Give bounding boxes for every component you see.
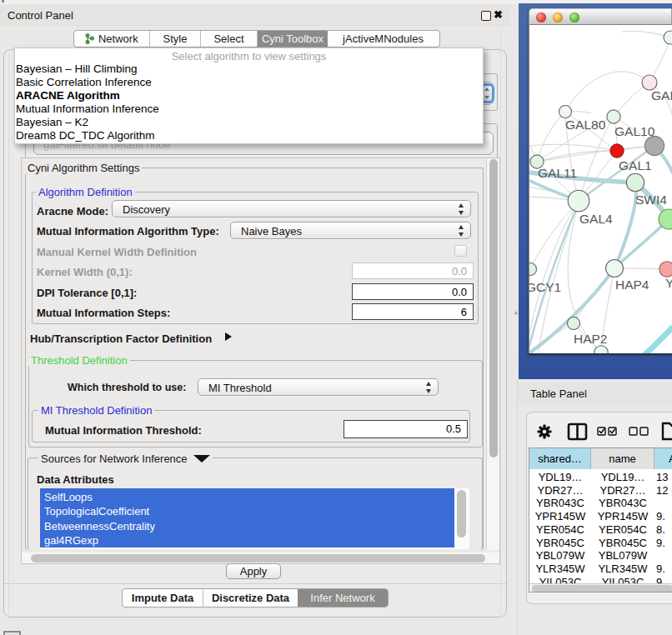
- svg-text:GAL: GAL: [651, 88, 672, 102]
- svg-text:GCY1: GCY1: [529, 280, 561, 294]
- svg-text:SWI4: SWI4: [635, 192, 667, 207]
- svg-text:Y: Y: [665, 276, 672, 290]
- svg-text:GAL10: GAL10: [614, 124, 655, 138]
- svg-text:GAL11: GAL11: [538, 166, 577, 180]
- svg-text:GAL80: GAL80: [565, 118, 606, 132]
- svg-text:GAL4: GAL4: [579, 212, 613, 226]
- svg-text:HAP2: HAP2: [574, 332, 608, 346]
- svg-text:HAP4: HAP4: [615, 278, 649, 292]
- svg-text:GAL1: GAL1: [619, 158, 652, 172]
